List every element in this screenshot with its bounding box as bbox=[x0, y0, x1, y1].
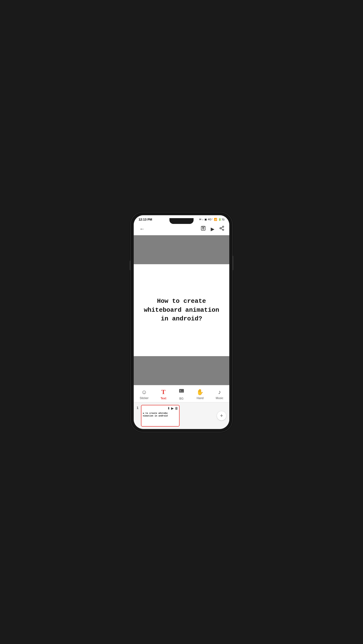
signal-icon: 4G⁺ bbox=[208, 218, 213, 221]
add-slide-button[interactable]: + bbox=[217, 411, 226, 420]
svg-line-7 bbox=[221, 227, 222, 228]
message-icon: ✉ bbox=[199, 218, 201, 221]
text-icon: T bbox=[161, 388, 165, 396]
hand-label: Hand bbox=[197, 396, 204, 400]
music-tool[interactable]: ♪ Music bbox=[213, 388, 226, 401]
svg-point-9 bbox=[180, 390, 181, 391]
bg-icon bbox=[178, 388, 185, 396]
bottom-toolbar: ☺ Sticker T Text BG ✋ Hand bbox=[134, 385, 229, 402]
phone-screen: 12:13 PM ✉ ↑ ▣ 4G⁺ 📶 🔋70 ← bbox=[134, 215, 229, 429]
sticker-tool[interactable]: ☺ Sticker bbox=[137, 388, 152, 401]
phone-frame: 12:13 PM ✉ ↑ ▣ 4G⁺ 📶 🔋70 ← bbox=[131, 212, 232, 432]
svg-point-1 bbox=[202, 228, 204, 229]
status-icons: ✉ ↑ ▣ 4G⁺ 📶 🔋70 bbox=[199, 218, 224, 221]
sticker-icon: ☺ bbox=[141, 389, 147, 396]
svg-rect-0 bbox=[201, 226, 206, 230]
thumb-move-icon[interactable]: ⬇ bbox=[167, 406, 170, 410]
sticker-label: Sticker bbox=[140, 396, 149, 400]
sim-icon: ▣ bbox=[204, 218, 207, 221]
svg-point-4 bbox=[220, 228, 221, 229]
play-button[interactable]: ▶ bbox=[211, 226, 214, 232]
slide-number: 1 bbox=[136, 405, 138, 410]
slide-content[interactable]: How to create whiteboard animation in an… bbox=[134, 264, 229, 356]
notch bbox=[170, 218, 194, 224]
top-bar-left: ← bbox=[138, 225, 146, 233]
gray-bottom bbox=[134, 356, 229, 385]
music-label: Music bbox=[216, 396, 223, 400]
bg-label: BG bbox=[179, 397, 184, 400]
hand-tool[interactable]: ✋ Hand bbox=[194, 388, 206, 401]
status-time: 12:13 PM bbox=[138, 218, 152, 221]
slides-panel: 1 ⬇ ▶ 🗑 w to create whitebo nimation in … bbox=[134, 402, 229, 429]
back-button[interactable]: ← bbox=[138, 225, 146, 233]
slide-thumb-text: w to create whitebo nimation in android bbox=[142, 410, 179, 420]
svg-point-5 bbox=[222, 229, 224, 231]
save-button[interactable] bbox=[200, 226, 206, 232]
music-icon: ♪ bbox=[218, 389, 221, 396]
slide-text: How to create whiteboard animation in an… bbox=[138, 297, 224, 323]
share-button[interactable] bbox=[219, 226, 224, 232]
svg-rect-2 bbox=[202, 226, 204, 228]
battery-icon: 🔋70 bbox=[218, 218, 224, 221]
gray-top bbox=[134, 235, 229, 264]
top-bar: ← ▶ bbox=[134, 223, 229, 235]
hand-icon: ✋ bbox=[196, 389, 204, 396]
text-tool[interactable]: T Text bbox=[158, 388, 169, 401]
upload-icon: ↑ bbox=[202, 218, 204, 221]
wifi-icon: 📶 bbox=[214, 218, 217, 221]
text-label: Text bbox=[160, 397, 166, 400]
bg-tool[interactable]: BG bbox=[176, 387, 188, 401]
canvas-area: How to create whiteboard animation in an… bbox=[134, 235, 229, 385]
thumb-controls: ⬇ ▶ 🗑 bbox=[167, 406, 178, 410]
svg-line-6 bbox=[221, 228, 222, 230]
svg-point-3 bbox=[222, 226, 224, 228]
top-bar-right: ▶ bbox=[200, 226, 224, 232]
slide-thumbnail[interactable]: ⬇ ▶ 🗑 w to create whitebo nimation in an… bbox=[141, 405, 180, 426]
thumb-play-icon[interactable]: ▶ bbox=[171, 406, 174, 410]
thumb-delete-icon[interactable]: 🗑 bbox=[175, 406, 178, 410]
